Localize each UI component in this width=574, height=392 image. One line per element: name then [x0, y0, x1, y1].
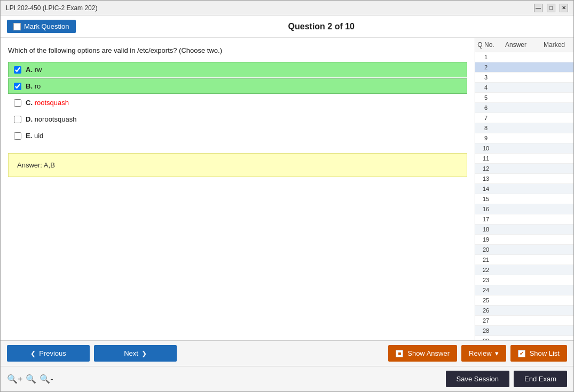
- maximize-button[interactable]: □: [547, 4, 555, 12]
- sidebar-cell-answer: [497, 185, 535, 193]
- sidebar-row[interactable]: 15: [475, 194, 573, 204]
- sidebar-row[interactable]: 23: [475, 275, 573, 285]
- sidebar-row[interactable]: 4: [475, 83, 573, 93]
- sidebar-row[interactable]: 21: [475, 255, 573, 265]
- sidebar-cell-marked: [535, 236, 573, 243]
- zoom-out-button[interactable]: 🔍-: [40, 374, 53, 384]
- previous-button[interactable]: Previous: [7, 345, 90, 362]
- sidebar-cell-marked: [535, 165, 573, 172]
- sidebar-row[interactable]: 22: [475, 265, 573, 275]
- sidebar-row[interactable]: 3: [475, 73, 573, 83]
- option-checkbox-b[interactable]: [14, 83, 21, 90]
- option-checkbox-c[interactable]: [14, 99, 21, 107]
- sidebar-cell-answer: [497, 286, 535, 294]
- previous-label: Previous: [39, 349, 66, 357]
- sidebar-row[interactable]: 1: [475, 52, 573, 62]
- sidebar-cell-num: 3: [475, 74, 497, 81]
- sidebar-cell-num: 21: [475, 256, 497, 263]
- next-label: Next: [124, 349, 138, 357]
- show-answer-button[interactable]: ■ Show Answer: [388, 345, 457, 362]
- header-bar: Mark Question Question 2 of 10: [1, 15, 573, 38]
- sidebar-row[interactable]: 9: [475, 133, 573, 143]
- sidebar-row[interactable]: 14: [475, 184, 573, 194]
- sidebar-row[interactable]: 8: [475, 123, 573, 133]
- sidebar-row[interactable]: 12: [475, 164, 573, 174]
- sidebar-cell-num: 23: [475, 276, 497, 284]
- end-exam-button[interactable]: End Exam: [514, 371, 567, 387]
- sidebar-cell-marked: [535, 307, 573, 314]
- show-answer-checkbox-icon: ■: [396, 350, 403, 357]
- sidebar-cell-num: 17: [475, 215, 497, 223]
- mark-question-button[interactable]: Mark Question: [7, 20, 76, 33]
- option-e[interactable]: E. uid: [8, 128, 467, 143]
- question-title: Question 2 of 10: [76, 22, 567, 31]
- sidebar-cell-num: 27: [475, 317, 497, 324]
- show-list-button[interactable]: ✔ Show List: [510, 345, 567, 362]
- title-bar: LPI 202-450 (LPIC-2 Exam 202) — □ ✕: [1, 1, 573, 15]
- sidebar-cell-num: 15: [475, 195, 497, 203]
- zoom-reset-button[interactable]: 🔍: [26, 374, 36, 384]
- sidebar-row[interactable]: 6: [475, 103, 573, 113]
- sidebar-cell-answer: [497, 155, 535, 162]
- save-session-button[interactable]: Save Session: [446, 371, 510, 387]
- review-button[interactable]: Review ▾: [461, 345, 506, 362]
- window-title: LPI 202-450 (LPIC-2 Exam 202): [6, 4, 97, 12]
- sidebar-list[interactable]: 1234567891011121314151617181920212223242…: [475, 52, 573, 340]
- sidebar-row[interactable]: 26: [475, 306, 573, 316]
- sidebar-row[interactable]: 2: [475, 62, 573, 73]
- sidebar-row[interactable]: 18: [475, 225, 573, 235]
- sidebar-row[interactable]: 24: [475, 285, 573, 295]
- sidebar-row[interactable]: 25: [475, 295, 573, 306]
- sidebar-row[interactable]: 20: [475, 245, 573, 255]
- sidebar-cell-num: 18: [475, 226, 497, 233]
- sidebar-row[interactable]: 28: [475, 326, 573, 336]
- sidebar-row[interactable]: 10: [475, 143, 573, 154]
- option-d[interactable]: D. norootsquash: [8, 111, 467, 127]
- col-q-no: Q No.: [475, 40, 497, 50]
- option-label-e: E. uid: [26, 132, 43, 140]
- footer-nav-row: Previous Next ■ Show Answer Review ▾ ✔ S…: [1, 340, 573, 366]
- sidebar-cell-num: 6: [475, 104, 497, 111]
- close-button[interactable]: ✕: [560, 4, 568, 12]
- sidebar-cell-answer: [497, 84, 535, 91]
- sidebar-cell-marked: [535, 317, 573, 324]
- sidebar-cell-num: 7: [475, 114, 497, 122]
- option-checkbox-a[interactable]: [14, 66, 21, 74]
- option-checkbox-d[interactable]: [14, 116, 21, 123]
- sidebar-row[interactable]: 7: [475, 113, 573, 123]
- sidebar-row[interactable]: 11: [475, 154, 573, 164]
- option-checkbox-e[interactable]: [14, 132, 21, 140]
- app-window: LPI 202-450 (LPIC-2 Exam 202) — □ ✕ Mark…: [0, 0, 574, 392]
- option-label-d: D. norootsquash: [26, 115, 76, 123]
- minimize-button[interactable]: —: [534, 4, 542, 12]
- sidebar-cell-num: 26: [475, 307, 497, 314]
- mark-question-label: Mark Question: [24, 22, 69, 30]
- sidebar-cell-answer: [497, 104, 535, 111]
- sidebar-cell-marked: [535, 145, 573, 152]
- sidebar-row[interactable]: 17: [475, 214, 573, 225]
- sidebar-cell-answer: [497, 215, 535, 223]
- sidebar-row[interactable]: 5: [475, 93, 573, 103]
- sidebar-row[interactable]: 29: [475, 336, 573, 340]
- sidebar-cell-answer: [497, 327, 535, 334]
- sidebar-row[interactable]: 27: [475, 316, 573, 326]
- sidebar-cell-answer: [497, 276, 535, 284]
- sidebar-row[interactable]: 19: [475, 235, 573, 245]
- show-list-label: Show List: [530, 349, 560, 357]
- next-button[interactable]: Next: [94, 345, 177, 362]
- option-a[interactable]: A. rw: [8, 62, 467, 77]
- sidebar-cell-answer: [497, 266, 535, 274]
- sidebar-cell-marked: [535, 215, 573, 223]
- sidebar-cell-marked: [535, 226, 573, 233]
- sidebar-row[interactable]: 13: [475, 174, 573, 184]
- sidebar-cell-marked: [535, 297, 573, 304]
- main-body: Which of the following options are valid…: [1, 38, 573, 340]
- zoom-in-button[interactable]: 🔍+: [7, 374, 22, 384]
- sidebar-cell-marked: [535, 327, 573, 334]
- sidebar-cell-answer: [497, 63, 535, 71]
- option-b[interactable]: B. ro: [8, 78, 467, 94]
- sidebar-cell-answer: [497, 195, 535, 203]
- question-list-sidebar: Q No. Answer Marked 12345678910111213141…: [475, 38, 573, 340]
- sidebar-row[interactable]: 16: [475, 204, 573, 214]
- option-c[interactable]: C. rootsquash: [8, 95, 467, 110]
